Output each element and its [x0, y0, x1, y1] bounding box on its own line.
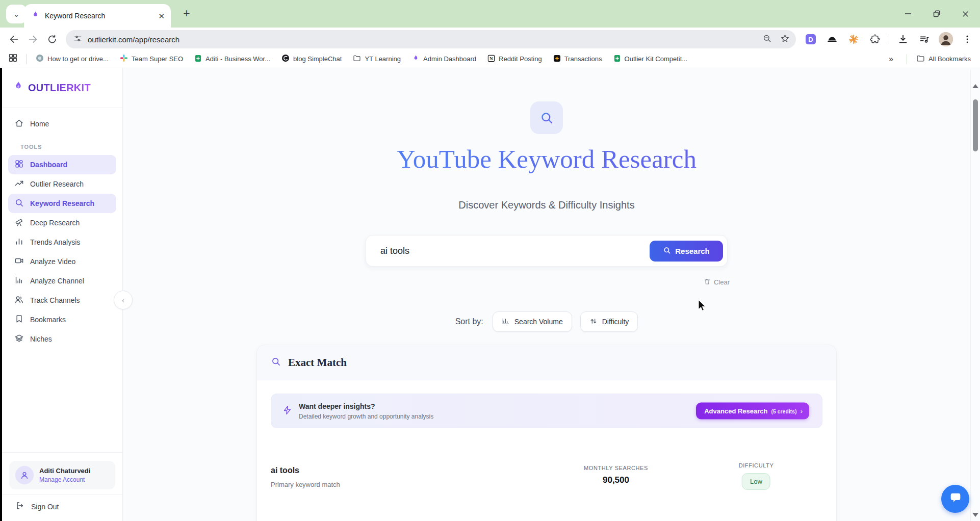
insights-banner: Want deeper insights? Detailed keyword g… [271, 394, 822, 428]
page-title: YouTube Keyword Research [123, 144, 970, 174]
sidebar-item-niches[interactable]: Niches [8, 329, 116, 349]
sort-search-volume-button[interactable]: Search Volume [493, 311, 572, 332]
tools-section-label: TOOLS [20, 144, 116, 150]
sidebar-item-bookmarks[interactable]: Bookmarks [8, 310, 116, 329]
difficulty-label: DIFFICULTY [739, 462, 774, 468]
sign-out-button[interactable]: Sign Out [2, 494, 122, 521]
zoom-out-icon[interactable] [762, 34, 772, 45]
user-name: Aditi Chaturvedi [39, 467, 90, 475]
new-tab-button[interactable]: + [178, 5, 195, 21]
extension-starburst-icon[interactable] [846, 32, 861, 47]
extension-dome-icon[interactable] [824, 32, 840, 47]
trash-icon [704, 278, 711, 286]
restore-button[interactable] [929, 6, 944, 21]
sidebar-item-analyze-channel[interactable]: Analyze Channel [8, 271, 116, 291]
all-bookmarks-button[interactable]: All Bookmarks [916, 54, 971, 64]
manage-account-link[interactable]: Manage Account [39, 476, 90, 483]
lightning-bolt-icon [282, 405, 292, 417]
exact-match-card: Exact Match Want deeper insights? Detail… [256, 345, 837, 521]
close-button[interactable] [958, 6, 973, 21]
browser-tab[interactable]: Keyword Research ✕ [24, 4, 171, 28]
avatar [939, 32, 953, 46]
difficulty-badge: Low [742, 473, 770, 490]
scroll-up-icon[interactable] [972, 84, 978, 88]
flame-icon [12, 81, 24, 95]
bookmark-admin-dashboard[interactable]: Admin Dashboard [412, 55, 476, 64]
sidebar-item-deep-research[interactable]: Deep Research [8, 213, 116, 232]
research-button[interactable]: Research [650, 241, 723, 262]
chevron-left-icon: ‹ [122, 296, 124, 304]
clear-button[interactable]: Clear [704, 278, 730, 286]
bookmark-aditi-sheet[interactable]: Aditi - Business Wor... [194, 55, 270, 64]
url-text[interactable]: outlierkit.com/app/research [88, 35, 757, 44]
reload-button[interactable] [47, 34, 58, 45]
bookmark-how-to[interactable]: How to get or drive... [36, 54, 109, 64]
sidebar-collapse-button[interactable]: ‹ [114, 291, 133, 309]
sidebar-item-dashboard[interactable]: Dashboard [8, 155, 116, 174]
result-keyword: ai tools [271, 466, 299, 475]
menu-kebab-icon[interactable] [960, 32, 975, 47]
profile-avatar[interactable] [938, 32, 953, 47]
user-card[interactable]: Aditi Chaturvedi Manage Account [9, 461, 115, 489]
chat-widget-button[interactable] [941, 485, 969, 513]
sidebar-footer: Aditi Chaturvedi Manage Account Sign Out [2, 452, 122, 521]
bookmark-outlier-kit-competitors[interactable]: Outlier Kit Competit... [613, 55, 688, 64]
telescope-icon [14, 217, 24, 228]
bookmarks-overflow-button[interactable]: » [889, 55, 893, 64]
sort-label: Sort by: [455, 317, 483, 326]
bookmark-team-super-seo[interactable]: Team Super SEO [120, 54, 183, 64]
tab-close-button[interactable]: ✕ [158, 12, 165, 20]
minimize-button[interactable] [900, 6, 916, 21]
site-settings-icon[interactable] [73, 34, 83, 45]
layers-icon [14, 333, 24, 345]
sidebar-item-home[interactable]: Home [8, 114, 116, 134]
sidebar-item-track-channels[interactable]: Track Channels [8, 291, 116, 310]
scrollbar-thumb[interactable] [973, 99, 978, 151]
svg-text:N: N [489, 56, 493, 61]
sidebar-item-outlier-research[interactable]: Outlier Research [8, 174, 116, 194]
app-area: OUTLIERKIT Home TOOLS Dashboard Outlier … [0, 68, 980, 521]
tab-search-button[interactable]: ⌄ [6, 5, 27, 23]
bookmark-star-icon[interactable] [780, 34, 790, 45]
bookmark-transactions[interactable]: Transactions [553, 55, 602, 64]
page-scrollbar[interactable] [970, 70, 980, 521]
sign-out-icon [15, 501, 24, 512]
sidebar-item-analyze-video[interactable]: Analyze Video [8, 252, 116, 271]
banner-description: Detailed keyword growth and opportunity … [299, 413, 433, 420]
browser-window: ⌄ Keyword Research ✕ + outlierkit.com/ap… [0, 0, 980, 521]
apps-grid-icon[interactable] [8, 53, 18, 65]
window-controls [900, 0, 973, 28]
bookmark-blog-simplechat[interactable]: blog SimpleChat [281, 54, 342, 64]
sheets-icon [613, 55, 621, 64]
search-icon [271, 356, 281, 369]
main-content: YouTube Keyword Research Discover Keywor… [123, 68, 970, 521]
bookmarks-bar: How to get or drive... Team Super SEO Ad… [0, 51, 980, 67]
extension-d-icon[interactable]: D [803, 32, 818, 47]
exact-match-header: Exact Match [257, 345, 836, 380]
forward-button[interactable] [28, 34, 39, 45]
sparkle-icon [553, 55, 561, 64]
bookmarks-divider [26, 54, 27, 64]
downloads-icon[interactable] [895, 32, 911, 47]
slack-icon [120, 54, 128, 64]
advanced-research-button[interactable]: Advanced Research (5 credits) › [696, 403, 809, 420]
bar-chart-icon [502, 317, 510, 327]
page-favicon-icon [36, 54, 44, 64]
scroll-down-icon[interactable] [972, 513, 978, 517]
outlierkit-logo[interactable]: OUTLIERKIT [2, 68, 122, 108]
address-bar[interactable]: outlierkit.com/app/research [66, 30, 796, 48]
sort-arrows-icon [589, 317, 598, 327]
sort-row: Sort by: Search Volume Difficulty [123, 311, 970, 332]
sidebar-item-keyword-research[interactable]: Keyword Research [8, 194, 116, 213]
sheets-icon [194, 55, 202, 64]
search-icon [14, 198, 24, 209]
media-playlist-icon[interactable] [917, 32, 932, 47]
bookmark-reddit-posting[interactable]: N Reddit Posting [487, 55, 542, 64]
simplechat-icon [281, 54, 290, 64]
extensions-puzzle-icon[interactable] [867, 32, 883, 47]
back-button[interactable] [8, 34, 19, 45]
bookmark-yt-learning[interactable]: YT Learning [353, 54, 401, 64]
chat-bubble-icon [948, 491, 963, 507]
sort-difficulty-button[interactable]: Difficulty [580, 311, 638, 332]
sidebar-item-trends-analysis[interactable]: Trends Analysis [8, 232, 116, 252]
